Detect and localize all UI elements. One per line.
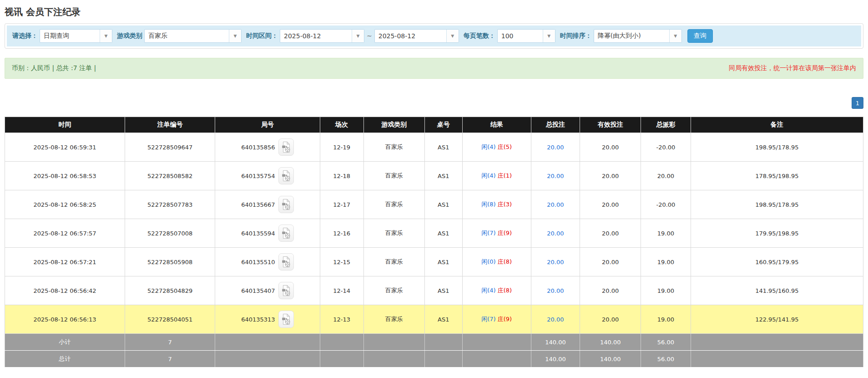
chevron-down-icon[interactable]: ▼ [446, 30, 459, 42]
date-to-select[interactable]: 2025-08-12 ▼ [374, 29, 459, 43]
column-header: 局号 [215, 117, 320, 133]
subtotal-row-empty [462, 334, 531, 351]
total-bet-link[interactable]: 20.00 [547, 316, 564, 323]
result-player: 闲(4) [481, 143, 495, 150]
total-row-count: 7 [125, 351, 215, 368]
cell-remark: 198.95/178.95 [691, 190, 863, 219]
total-bet-link[interactable]: 20.00 [547, 287, 564, 294]
video-file-icon [282, 227, 291, 239]
page-title: 视讯 会员下注纪录 [5, 6, 863, 18]
date-from-select[interactable]: 2025-08-12 ▼ [280, 29, 364, 43]
subtotal-row-empty [320, 334, 363, 351]
total-row-empty [462, 351, 531, 368]
cell-round-id: 640135313 [215, 305, 320, 334]
cell-session: 12-15 [320, 248, 363, 276]
chevron-down-icon[interactable]: ▼ [669, 30, 681, 42]
table-row: 2025-08-12 06:59:31522728509647640135856… [5, 133, 863, 162]
video-file-icon [282, 170, 291, 182]
cell-bet-id: 522728507008 [125, 219, 215, 248]
total-row-empty [215, 351, 320, 368]
cell-session: 12-16 [320, 219, 363, 248]
cell-valid-bet: 20.00 [580, 305, 641, 334]
round-id-text: 640135313 [241, 316, 275, 323]
cell-bet-id: 522728504829 [125, 276, 215, 305]
filter-panel: 请选择： 日期查询 ▼ 游戏类别 百家乐 ▼ 时间区间： 2025-08-12 … [5, 23, 863, 49]
filter-bar: 请选择： 日期查询 ▼ 游戏类别 百家乐 ▼ 时间区间： 2025-08-12 … [7, 26, 861, 46]
cell-total-bet: 20.00 [531, 162, 580, 190]
page-size-select[interactable]: 100 ▼ [497, 29, 555, 43]
result-player: 闲(7) [481, 230, 495, 236]
subtotal-row-empty [691, 334, 863, 351]
time-range-label: 时间区间： [246, 32, 278, 40]
cell-session: 12-17 [320, 190, 363, 219]
chevron-down-icon[interactable]: ▼ [229, 30, 241, 42]
total-row-empty [691, 351, 863, 368]
chevron-down-icon[interactable]: ▼ [100, 30, 112, 42]
chevron-down-icon[interactable]: ▼ [543, 30, 555, 42]
video-file-icon [282, 199, 291, 210]
cell-valid-bet: 20.00 [580, 162, 641, 190]
total-row-empty [424, 351, 462, 368]
total-bet-link[interactable]: 20.00 [547, 144, 564, 151]
subtotal-row-empty [215, 334, 320, 351]
cell-total-bet: 20.00 [531, 190, 580, 219]
cell-session: 12-19 [320, 133, 363, 162]
result-banker: 庄(3) [498, 201, 512, 208]
cell-result: 闲(8) 庄(3) [462, 190, 531, 219]
result-banker: 庄(1) [498, 172, 512, 179]
total-bet-link[interactable]: 20.00 [547, 173, 564, 179]
subtotal-row-empty [363, 334, 424, 351]
date-range-tilde: ~ [367, 32, 372, 40]
cell-payout: -20.00 [641, 190, 691, 219]
total-bet-link[interactable]: 20.00 [547, 230, 564, 237]
video-replay-button[interactable] [278, 225, 294, 242]
video-replay-button[interactable] [278, 196, 294, 213]
column-header: 总投注 [531, 117, 580, 133]
cell-game-type: 百家乐 [363, 219, 424, 248]
subtotal-row-label: 小计 [5, 334, 125, 351]
round-id-text: 640135856 [241, 144, 275, 151]
cell-total-bet: 20.00 [531, 219, 580, 248]
column-header: 备注 [691, 117, 863, 133]
game-type-select[interactable]: 百家乐 ▼ [144, 29, 242, 43]
cell-bet-id: 522728509647 [125, 133, 215, 162]
cell-payout: 19.00 [641, 219, 691, 248]
total-row: 总计7140.00140.0056.00 [5, 351, 863, 368]
search-button[interactable]: 查询 [687, 29, 713, 43]
round-id-text: 640135594 [241, 230, 275, 237]
cell-table-no: AS1 [424, 248, 462, 276]
video-file-icon [282, 313, 291, 325]
video-replay-button[interactable] [278, 311, 294, 328]
table-row: 2025-08-12 06:56:42522728504829640135407… [5, 276, 863, 305]
total-bet-link[interactable]: 20.00 [547, 259, 564, 266]
page-size-value: 100 [498, 30, 543, 42]
game-type-label: 游戏类别 [117, 32, 142, 40]
chevron-down-icon[interactable]: ▼ [352, 30, 364, 42]
round-id-text: 640135510 [241, 259, 275, 266]
cell-game-type: 百家乐 [363, 276, 424, 305]
page-button-1[interactable]: 1 [852, 97, 863, 109]
video-replay-button[interactable] [278, 167, 294, 184]
subtotal-row-count: 7 [125, 334, 215, 351]
video-replay-button[interactable] [278, 253, 294, 271]
cell-remark: 198.95/178.95 [691, 133, 863, 162]
cell-valid-bet: 20.00 [580, 190, 641, 219]
result-banker: 庄(9) [498, 230, 512, 236]
subtotal-row-payout: 56.00 [641, 334, 691, 351]
query-type-select[interactable]: 日期查询 ▼ [40, 29, 112, 43]
bet-records-table: 时间注单编号局号场次游戏类别桌号结果总投注有效投注总派彩备注 2025-08-1… [5, 117, 863, 368]
cell-game-type: 百家乐 [363, 133, 424, 162]
result-player: 闲(0) [481, 258, 495, 265]
video-replay-button[interactable] [278, 282, 294, 299]
pagination-top: 1 [5, 97, 863, 109]
video-replay-button[interactable] [278, 138, 294, 156]
cell-session: 12-13 [320, 305, 363, 334]
cell-time: 2025-08-12 06:58:25 [5, 190, 125, 219]
total-bet-link[interactable]: 20.00 [547, 201, 564, 208]
column-header: 注单编号 [125, 117, 215, 133]
cell-result: 闲(7) 庄(9) [462, 305, 531, 334]
cell-total-bet: 20.00 [531, 248, 580, 276]
date-to-value: 2025-08-12 [375, 30, 446, 42]
time-sort-select[interactable]: 降幂(由大到小) ▼ [594, 29, 682, 43]
cell-payout: 19.00 [641, 305, 691, 334]
